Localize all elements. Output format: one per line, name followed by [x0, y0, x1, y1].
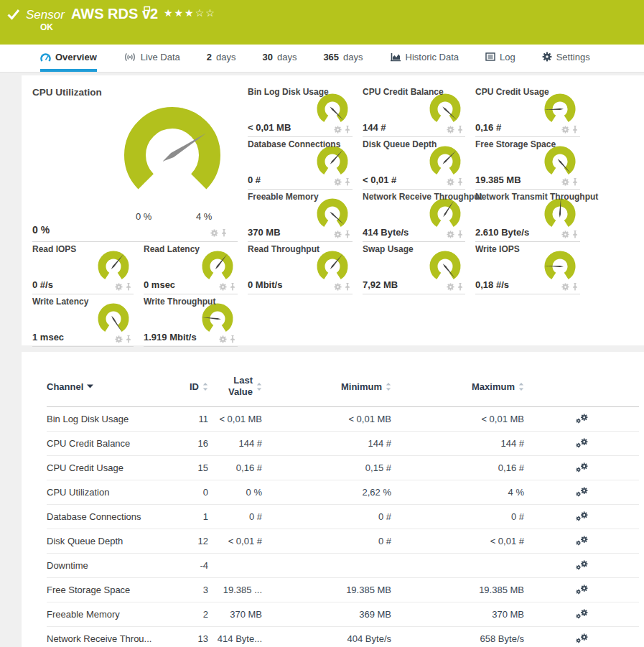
gear-icon[interactable] [210, 229, 218, 237]
pin-icon[interactable] [457, 230, 464, 238]
channel-name[interactable]: Free Storage Space [47, 585, 179, 595]
gear-icon[interactable] [334, 283, 342, 291]
gauge-label: CPU Credit Usage [475, 87, 549, 97]
gauge-freeable-memory[interactable]: Freeable Memory370 MB [248, 190, 353, 242]
gear-icon[interactable] [115, 283, 123, 291]
gauge-dial [426, 197, 464, 231]
table-row-database-connections: Database Connections10 #0 #0 # [47, 505, 639, 529]
channel-settings-icon[interactable] [576, 585, 588, 595]
column-header-last-value[interactable]: Last Value [208, 375, 262, 399]
tab-label: Log [500, 52, 515, 62]
gauge-cpu-credit-balance[interactable]: CPU Credit Balance144 # [363, 85, 465, 137]
channel-settings-icon[interactable] [576, 536, 588, 546]
pin-icon[interactable] [571, 282, 579, 291]
channel-settings-icon[interactable] [576, 487, 588, 498]
gear-icon[interactable] [447, 231, 454, 238]
pin-icon[interactable] [457, 125, 464, 134]
pin-icon[interactable] [571, 230, 579, 238]
gauge-read-iops[interactable]: Read IOPS0 #/s [32, 242, 134, 294]
pin-icon[interactable] [229, 282, 236, 291]
gauge-write-latency[interactable]: Write Latency1 msec [32, 294, 134, 347]
tab-2-days[interactable]: 2days [207, 45, 236, 72]
pin-icon[interactable] [457, 282, 464, 291]
channel-name[interactable]: Network Receive Throu... [47, 633, 179, 644]
gear-icon[interactable] [334, 231, 342, 238]
gauge-label: Disk Queue Depth [363, 139, 437, 149]
sort-icon [518, 383, 524, 391]
channel-name[interactable]: Database Connections [47, 511, 179, 522]
gauge-icon [40, 52, 51, 62]
gear-icon[interactable] [561, 126, 569, 134]
pin-icon[interactable] [571, 177, 579, 186]
column-header-maximum[interactable]: Maximum [391, 381, 524, 392]
pin-icon[interactable] [125, 282, 132, 291]
gauge-database-connections[interactable]: Database Connections0 # [248, 137, 353, 190]
pin-icon[interactable] [125, 335, 132, 343]
gauge-network-transmit-throughput[interactable]: Network Transmit Throughput2.610 Byte/s [475, 190, 580, 242]
gear-icon[interactable] [561, 283, 569, 291]
tab-30-days[interactable]: 30days [262, 45, 297, 72]
table-row-network-receive-throu: Network Receive Throu...13414 Byte...404… [47, 627, 639, 647]
gauge-free-storage-space[interactable]: Free Storage Space19.385 MB [475, 137, 580, 190]
channel-settings-icon[interactable] [576, 560, 588, 571]
gear-icon[interactable] [447, 283, 454, 291]
gear-icon[interactable] [447, 126, 454, 134]
gear-icon[interactable] [334, 178, 342, 186]
gauge-write-throughput[interactable]: Write Throughput1.919 Mbit/s [144, 294, 238, 347]
tab-overview[interactable]: Overview [40, 45, 97, 72]
pin-icon[interactable] [457, 177, 464, 186]
channel-name[interactable]: CPU Utilization [47, 487, 179, 498]
pin-icon[interactable] [344, 125, 351, 134]
gauge-write-iops[interactable]: Write IOPS0,18 #/s [475, 242, 580, 294]
pin-icon[interactable] [344, 230, 351, 238]
gauge-dial [108, 96, 237, 211]
channel-settings-icon[interactable] [576, 609, 588, 620]
gauge-value: 0 % [32, 224, 50, 236]
channel-maximum: 0,16 # [391, 462, 524, 473]
channel-settings-icon[interactable] [576, 511, 588, 522]
channel-name[interactable]: Bin Log Disk Usage [47, 414, 179, 424]
channel-settings-icon[interactable] [576, 438, 588, 449]
pin-icon[interactable] [571, 125, 579, 134]
gauge-cpu-credit-usage[interactable]: CPU Credit Usage0,16 # [475, 85, 580, 137]
channel-settings-icon[interactable] [576, 633, 588, 644]
pin-icon[interactable] [344, 177, 351, 186]
gear-icon[interactable] [334, 126, 342, 134]
pin-icon[interactable] [344, 282, 351, 291]
channel-name[interactable]: CPU Credit Usage [47, 462, 179, 473]
gear-icon[interactable] [561, 178, 569, 186]
column-header-minimum[interactable]: Minimum [262, 381, 391, 392]
flag-icon[interactable] [143, 5, 151, 18]
tab-historic-data[interactable]: Historic Data [390, 45, 459, 72]
channel-name[interactable]: Freeable Memory [47, 609, 179, 620]
pin-icon[interactable] [229, 335, 236, 343]
channel-maximum: 19.385 MB [391, 585, 524, 595]
gauge-bin-log-disk-usage[interactable]: Bin Log Disk Usage< 0,01 MB [248, 85, 353, 137]
gear-icon[interactable] [447, 178, 454, 186]
gauge-read-latency[interactable]: Read Latency0 msec [144, 242, 238, 294]
channel-name[interactable]: CPU Credit Balance [47, 438, 179, 449]
column-header-id[interactable]: ID [179, 381, 208, 392]
gauge-value: 2.610 Byte/s [475, 227, 529, 238]
channel-settings-icon[interactable] [576, 414, 588, 424]
tab-live-data[interactable]: Live Data [123, 45, 180, 72]
channel-settings-icon[interactable] [576, 462, 588, 473]
gear-icon[interactable] [561, 231, 569, 238]
tab-settings[interactable]: Settings [542, 45, 590, 72]
gauge-disk-queue-depth[interactable]: Disk Queue Depth< 0,01 # [363, 137, 465, 190]
gauge-read-throughput[interactable]: Read Throughput0 Mbit/s [248, 242, 353, 294]
gauge-swap-usage[interactable]: Swap Usage7,92 MB [363, 242, 465, 294]
tab-log[interactable]: Log [485, 45, 515, 72]
column-header-channel[interactable]: Channel [47, 381, 179, 392]
tab-365-days[interactable]: 365days [323, 45, 363, 72]
priority-stars[interactable]: ★★★☆☆ [164, 7, 216, 19]
channel-name[interactable]: Downtime [47, 560, 179, 571]
gear-icon[interactable] [219, 335, 227, 343]
gauge-cpu-utilization-primary[interactable]: CPU Utilization 0 % 4 % 0 % [32, 85, 238, 242]
channel-minimum: 0 # [262, 536, 391, 546]
channel-name[interactable]: Disk Queue Depth [47, 536, 179, 546]
gear-icon[interactable] [219, 283, 227, 291]
gear-icon[interactable] [115, 335, 123, 343]
pin-icon[interactable] [220, 228, 228, 237]
gauge-network-receive-throughput[interactable]: Network Receive Throughput414 Byte/s [363, 190, 465, 242]
